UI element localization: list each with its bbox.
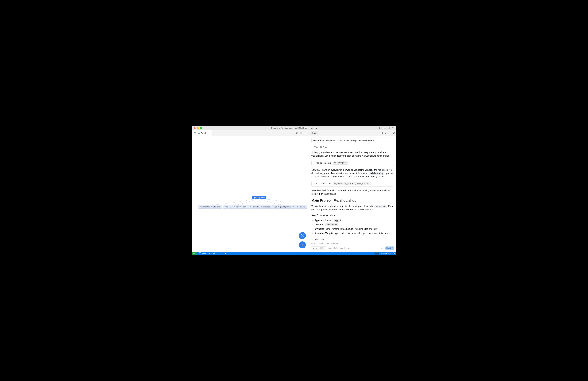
svg-point-24 <box>389 133 390 133</box>
vscode-window: [Extension Development Host] Nx Graph — … <box>192 126 396 255</box>
chat-body[interactable]: tell me about the main nx project in thi… <box>309 136 396 236</box>
user-message: tell me about the main nx project in thi… <box>311 137 394 143</box>
graph-edges <box>192 136 309 252</box>
svg-point-21 <box>302 235 303 236</box>
inline-code: apps/shop <box>375 205 387 208</box>
chevron-right-icon <box>313 183 315 185</box>
inline-code: apps/shop <box>325 223 338 226</box>
tool-called-label: Called MCP tool <box>316 161 331 165</box>
svg-point-40 <box>376 253 377 254</box>
model-name: claude-3.7-sonnet-thinking <box>328 247 350 249</box>
chat-input-area: @ Add context Plan, search, build anythi… <box>309 236 396 252</box>
tool-called-label: Called MCP tool <box>316 182 331 185</box>
add-context-button[interactable]: @ Add context <box>311 238 327 241</box>
svg-rect-0 <box>380 127 382 129</box>
label: Type <box>315 219 320 222</box>
history-icon[interactable] <box>385 132 388 134</box>
search-button[interactable] <box>375 252 379 255</box>
ports-count: 0 <box>227 252 228 254</box>
warning-icon <box>218 252 220 254</box>
split-editor-icon[interactable] <box>300 132 303 134</box>
at-icon: @ <box>313 238 315 241</box>
text-span: : <box>324 223 325 226</box>
enter-icon: ⏎ <box>392 247 393 249</box>
inline-code: app <box>334 219 339 222</box>
chevron-up-icon <box>323 247 325 249</box>
heading-main-project: Main Project: @aishop/shop <box>311 198 394 203</box>
more-icon[interactable] <box>305 132 307 134</box>
graph-node-dep[interactable]: @aishop/ui <box>295 205 307 209</box>
graph-node-dep[interactable]: @aishop/feat-product-list <box>273 205 295 209</box>
panel-left-icon[interactable] <box>379 127 382 129</box>
chevron-right-icon <box>313 162 315 164</box>
graph-node-root[interactable]: @aishop/shop <box>252 196 266 199</box>
tab-nx-graph[interactable]: Nx Graph ✕ <box>192 130 212 136</box>
close-icon[interactable]: ✕ <box>208 132 210 134</box>
git-branch[interactable]: main* <box>199 252 207 254</box>
graph-node-dep[interactable]: @aishop/feat-product-detail <box>248 205 273 209</box>
tool-call[interactable]: Called MCP tool nx_visualize_project_gra… <box>311 180 394 187</box>
ports-indicator[interactable]: 0 <box>224 252 228 254</box>
close-icon[interactable] <box>393 132 395 134</box>
gear-icon[interactable] <box>392 127 394 129</box>
list-item: Type: Application ( app ) <box>315 219 394 222</box>
scan-button[interactable] <box>299 232 306 239</box>
svg-point-26 <box>391 133 391 133</box>
agent-mode-selector[interactable]: ∞ Agent ⌘I <box>311 247 326 250</box>
tool-name: nx_visualize_project_graph_project <box>333 182 371 185</box>
chevron-right-icon <box>311 146 313 148</box>
panel-bottom-icon[interactable] <box>383 127 386 129</box>
tab-chat[interactable]: Chat <box>311 131 318 135</box>
list-item: Owners: Team Frontend Infrastructure (in… <box>315 227 394 231</box>
nx-graph-canvas[interactable]: @aishop/shop @aishop/feat-create-order @… <box>192 136 309 252</box>
chat-tabbar: Chat <box>309 130 396 136</box>
chat-panel: Chat tell me about the main nx project i… <box>309 130 396 252</box>
sync-icon[interactable] <box>209 252 211 254</box>
editor-area: Nx Graph ✕ <box>192 130 309 252</box>
infinity-icon: ∞ <box>313 247 314 249</box>
new-chat-icon[interactable] <box>381 132 384 134</box>
list-item: Location: apps/shop <box>315 223 394 226</box>
refresh-icon[interactable] <box>296 132 298 134</box>
bell-icon[interactable] <box>393 252 395 254</box>
svg-point-14 <box>306 133 306 133</box>
status-bar: main* 0 0 0 Cursor Tab <box>192 252 396 255</box>
graph-node-dep[interactable]: @aishop/feat-current-orders <box>223 205 248 209</box>
tab-label: Nx Graph <box>197 132 207 134</box>
list-item: Available Targets: typecheck, build, ser… <box>315 232 394 236</box>
maximize-window-button[interactable] <box>200 127 202 129</box>
assistant-paragraph: Based on the information gathered, here'… <box>311 189 394 196</box>
more-icon[interactable] <box>389 132 392 134</box>
error-icon <box>213 252 215 254</box>
svg-point-15 <box>307 133 307 133</box>
svg-point-39 <box>225 253 226 253</box>
inline-code: @aishop/shop <box>369 172 384 175</box>
panel-right-icon[interactable] <box>388 127 390 129</box>
agent-label: Agent <box>315 247 319 249</box>
problems-indicator[interactable]: 0 0 <box>213 252 222 254</box>
chat-input[interactable]: Plan, search, build anything... <box>311 242 394 247</box>
download-button[interactable] <box>299 241 306 248</box>
send-button[interactable]: Send ⏎ <box>385 247 394 250</box>
image-icon[interactable] <box>381 247 383 249</box>
svg-rect-2 <box>384 127 386 129</box>
close-window-button[interactable] <box>194 127 196 129</box>
editor-tabbar: Nx Graph ✕ <box>192 130 309 136</box>
warning-count: 0 <box>221 252 222 254</box>
tool-call[interactable]: Called MCP tool nx_workspace ✓ <box>311 160 394 166</box>
graph-node-dep[interactable]: @aishop/feat-create-order <box>198 205 222 209</box>
title-bar: [Extension Development Host] Nx Graph — … <box>192 126 396 130</box>
tool-name: nx_workspace <box>333 161 348 165</box>
model-selector[interactable]: claude-3.7-sonnet-thinking <box>328 247 353 249</box>
text-span: : Application ( <box>320 219 334 222</box>
workbench: Nx Graph ✕ <box>192 130 396 252</box>
thought-process-toggle[interactable]: Thought Process <box>311 146 394 149</box>
assistant-paragraph: This is the main application project in … <box>311 204 394 211</box>
remote-indicator[interactable] <box>192 252 196 255</box>
tab-actions <box>294 130 309 136</box>
cursor-tab-label[interactable]: Cursor Tab <box>381 252 391 254</box>
minimize-window-button[interactable] <box>197 127 199 129</box>
add-context-label: Add context <box>315 238 325 241</box>
error-count: 0 <box>216 252 217 254</box>
chat-input-toolbar: ∞ Agent ⌘I claude-3.7-sonnet-thinking Se… <box>311 247 394 250</box>
